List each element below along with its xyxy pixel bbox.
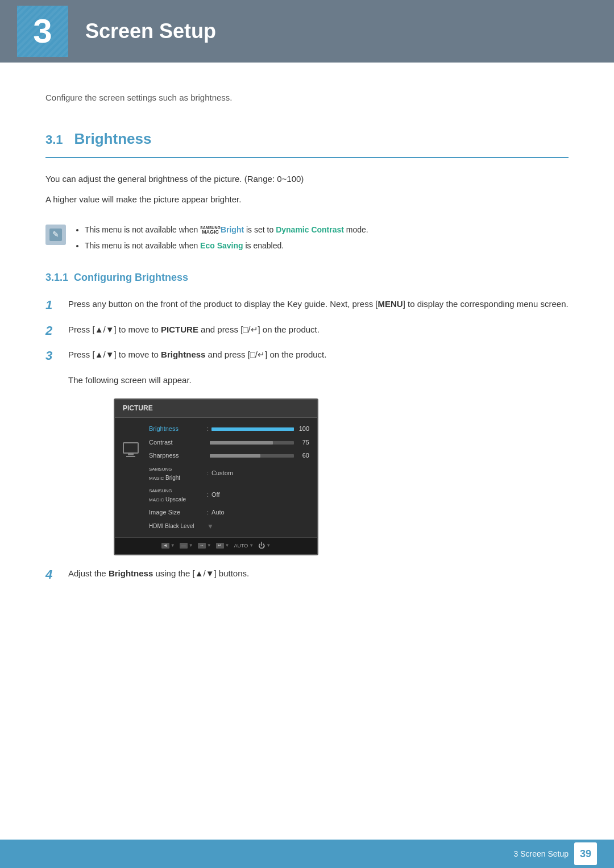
step-3-text: Press [▲/▼] to move to Brightness and pr… xyxy=(68,348,569,362)
pencil-icon: ✎ xyxy=(49,229,62,241)
footer-page-number: 39 xyxy=(574,842,597,865)
magic-upscale-screen-value: Off xyxy=(211,490,219,500)
sharpness-bar-fill xyxy=(210,454,260,458)
sharpness-value: 60 xyxy=(297,451,309,461)
screen-menu-items: Brightness : 100 Contrast xyxy=(144,422,309,534)
menu-item-contrast: Contrast 75 xyxy=(144,436,309,450)
section-number: 3.1 xyxy=(45,130,63,149)
samsung-magic-brand: SAMSUNGMAGIC xyxy=(200,226,221,235)
step-num-2: 2 xyxy=(45,323,60,339)
footer-section-label: 3 Screen Setup xyxy=(513,848,569,860)
menu-item-magic-bright: SAMSUNGMAGIC Bright : Custom xyxy=(144,463,309,484)
step-3: 3 Press [▲/▼] to move to Brightness and … xyxy=(45,348,569,364)
brightness-menu-label: Brightness xyxy=(161,350,205,359)
note-item-2: This menu is not available when Eco Savi… xyxy=(85,239,368,252)
menu-item-magic-upscale: SAMSUNGMAGIC Upscale : Off xyxy=(144,484,309,506)
step-num-4: 4 xyxy=(45,567,60,583)
auto-label: AUTO xyxy=(234,542,248,550)
monitor-icon xyxy=(123,422,139,534)
section-para1: You can adjust the general brightness of… xyxy=(45,172,569,186)
step-1-text: Press any button on the front of the pro… xyxy=(68,297,569,311)
step-num-3: 3 xyxy=(45,348,60,364)
magic-bright-link: Bright xyxy=(221,225,244,234)
chapter-number-box: 3 xyxy=(17,6,68,57)
section-para2: A higher value will make the picture app… xyxy=(45,193,569,206)
step-4-text: Adjust the Brightness using the [▲/▼] bu… xyxy=(68,567,569,580)
footer-btn-power: ⏻ ▼ xyxy=(258,541,271,551)
note-item-1: This menu is not available when SAMSUNGM… xyxy=(85,223,368,236)
note-icon: ✎ xyxy=(45,225,66,245)
screen-header-label: PICTURE xyxy=(115,400,317,418)
dynamic-contrast-link: Dynamic Contrast xyxy=(276,225,344,234)
brightness-bar-container: 100 xyxy=(211,424,309,434)
step-2-text: Press [▲/▼] to move to PICTURE and press… xyxy=(68,323,569,337)
chapter-title: Screen Setup xyxy=(85,15,216,48)
picture-menu-label: PICTURE xyxy=(161,325,198,334)
steps-list: 1 Press any button on the front of the p… xyxy=(45,297,569,364)
screen-body: Brightness : 100 Contrast xyxy=(115,418,317,537)
power-icon: ⏻ xyxy=(258,541,265,551)
screen-image: PICTURE Brightness : xyxy=(114,398,318,555)
contrast-label: Contrast xyxy=(144,438,207,448)
menu-item-sharpness: Sharpness 60 xyxy=(144,449,309,463)
subsection-3-1-1-title: 3.1.1 Configuring Brightness xyxy=(45,269,569,286)
chapter-subtitle: Configure the screen settings such as br… xyxy=(45,91,569,105)
back-icon: ◄ xyxy=(161,543,169,549)
step-4: 4 Adjust the Brightness using the [▲/▼] … xyxy=(45,567,569,583)
footer-btn-plus: ↔ ▼ xyxy=(198,541,211,551)
sharpness-bar-container: 60 xyxy=(210,451,309,461)
section-body: You can adjust the general brightness of… xyxy=(45,172,569,206)
brightness-value: 100 xyxy=(297,424,309,434)
chapter-number: 3 xyxy=(33,14,52,48)
menu-key: MENU xyxy=(377,299,403,309)
footer-btn-enter: ↵ ▼ xyxy=(216,541,230,551)
magic-bright-screen-label: SAMSUNGMAGIC Bright xyxy=(144,464,207,483)
section-heading: Brightness xyxy=(74,127,152,151)
main-content: Configure the screen settings such as br… xyxy=(0,63,614,637)
menu-item-image-size: Image Size : Auto xyxy=(144,506,309,520)
magic-bright-screen-value: Custom xyxy=(211,468,233,479)
eco-saving-link: Eco Saving xyxy=(200,241,243,250)
contrast-bar-container: 75 xyxy=(210,438,309,448)
image-size-label: Image Size xyxy=(144,508,207,518)
enter-icon: ↵ xyxy=(216,543,224,549)
step-num-1: 1 xyxy=(45,297,60,314)
brightness-step4-label: Brightness xyxy=(109,568,153,578)
down-arrow-icon: ▼ xyxy=(207,521,214,532)
header-banner: 3 Screen Setup xyxy=(0,0,614,63)
step-1: 1 Press any button on the front of the p… xyxy=(45,297,569,314)
image-size-value: Auto xyxy=(211,508,225,518)
note-box: ✎ This menu is not available when SAMSUN… xyxy=(45,223,569,256)
section-3-1-header: 3.1 Brightness xyxy=(45,127,569,158)
plus-icon: ↔ xyxy=(198,543,206,549)
brightness-bar-fill xyxy=(211,427,294,431)
screen-container: PICTURE Brightness : xyxy=(114,398,318,555)
minus-icon: — xyxy=(180,543,188,549)
sharpness-bar-track xyxy=(210,454,294,458)
contrast-bar-track xyxy=(210,441,294,445)
step-4-list: 4 Adjust the Brightness using the [▲/▼] … xyxy=(45,567,569,583)
menu-item-hdmi-black: HDMI Black Level ▼ xyxy=(144,520,309,534)
page-footer: 3 Screen Setup 39 xyxy=(0,840,614,868)
menu-item-brightness: Brightness : 100 xyxy=(144,422,309,436)
screen-footer: ◄ ▼ — ▼ ↔ ▼ ↵ ▼ AUTO ▼ xyxy=(115,537,317,554)
step-2: 2 Press [▲/▼] to move to PICTURE and pre… xyxy=(45,323,569,339)
brightness-label: Brightness xyxy=(144,424,207,434)
step-3-subtext: The following screen will appear. xyxy=(68,373,569,387)
note-list: This menu is not available when SAMSUNGM… xyxy=(74,223,368,256)
footer-btn-back: ◄ ▼ xyxy=(161,541,175,551)
contrast-value: 75 xyxy=(297,438,309,448)
brightness-bar-track xyxy=(211,427,294,431)
footer-btn-auto: AUTO ▼ xyxy=(234,541,254,551)
sharpness-label: Sharpness xyxy=(144,451,207,461)
contrast-bar-fill xyxy=(210,441,273,445)
magic-upscale-screen-label: SAMSUNGMAGIC Upscale xyxy=(144,486,207,504)
footer-btn-minus: — ▼ xyxy=(180,541,193,551)
hdmi-black-label: HDMI Black Level xyxy=(144,522,207,531)
